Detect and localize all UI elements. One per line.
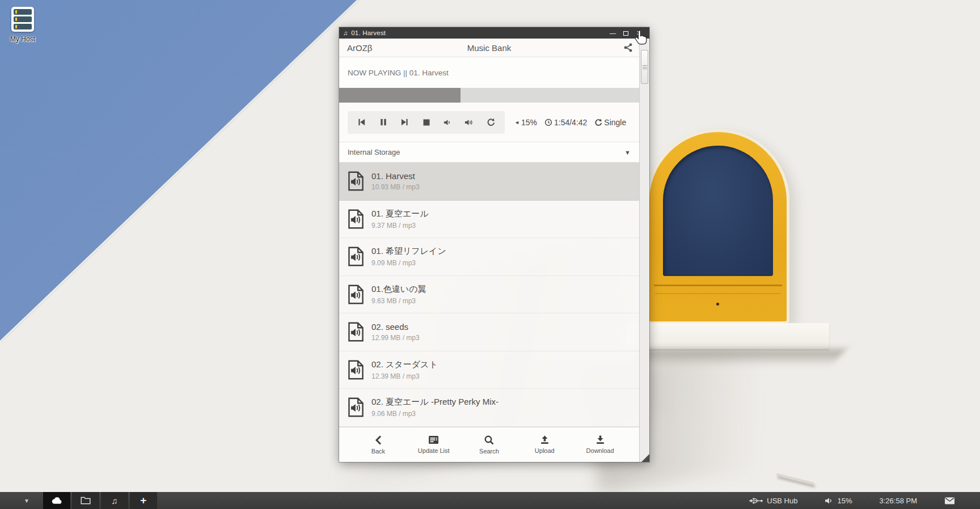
window-scrollbar-thumb[interactable] — [641, 50, 648, 84]
share-icon[interactable] — [624, 43, 632, 54]
progress-fill — [339, 88, 461, 103]
folder-icon — [81, 497, 91, 504]
taskbar-chevron-icon[interactable]: ▼ — [24, 498, 29, 504]
track-title: 02. 夏空エール -Pretty Perky Mix- — [371, 397, 499, 408]
time-elapsed-total: 1:54/4:42 — [554, 118, 587, 127]
speaker-icon — [825, 497, 833, 504]
bottom-toolbar: Back Update List Search Upload Download — [339, 427, 639, 462]
pause-button[interactable] — [376, 115, 391, 130]
list-item[interactable]: 01.色違いの翼 9.63 MB / mp3 — [339, 276, 639, 314]
wall-window-frame-line — [654, 285, 782, 286]
minimize-button[interactable]: — — [606, 27, 619, 39]
wall-window-frame-line — [655, 293, 781, 294]
player-controls: ◄15% 1:54/4:42 Single — [339, 103, 639, 142]
window-title: 01. Harvest — [351, 29, 606, 36]
taskbar-apps: ♫ + — [43, 492, 157, 509]
list-icon — [428, 435, 439, 444]
music-player-window[interactable]: ♫ 01. Harvest — ✕ ArOZβ Music Bank NOW P… — [339, 27, 649, 462]
chevron-down-icon: ▼ — [624, 149, 631, 156]
taskbar-status-area: USB Hub 15% 3:26:58 PM — [721, 497, 980, 505]
storage-dropdown[interactable]: Internal Storage ▼ — [339, 142, 639, 163]
wall-window — [647, 129, 789, 324]
search-icon — [484, 435, 494, 445]
wall-window-sill — [626, 323, 829, 349]
server-icon — [11, 7, 34, 32]
list-item[interactable]: 01. 希望リフレイン 9.09 MB / mp3 — [339, 238, 639, 276]
track-meta: 10.93 MB / mp3 — [371, 183, 420, 191]
volume-down-icon[interactable] — [440, 115, 455, 130]
envelope-icon — [944, 497, 955, 504]
clock[interactable]: 3:26:58 PM — [880, 497, 918, 505]
volume-up-icon[interactable] — [462, 115, 476, 130]
audio-file-icon — [348, 397, 364, 417]
toolbar-label: Upload — [535, 447, 555, 454]
track-title: 02. スターダスト — [371, 359, 438, 370]
chevron-left-icon — [375, 435, 382, 445]
hand-cursor — [634, 29, 648, 47]
play-mode[interactable]: Single — [594, 118, 626, 127]
taskbar-item-files[interactable] — [72, 492, 99, 509]
resize-handle[interactable] — [641, 454, 649, 462]
taskbar: ▼ ♫ + USB Hub 15% 3:26:58 PM — [0, 492, 980, 509]
clock-label: 3:26:58 PM — [880, 497, 918, 505]
list-item[interactable]: 02. seeds 12.99 MB / mp3 — [339, 313, 639, 351]
track-list: 01. Harvest 10.93 MB / mp3 01. 夏空エール 9.3… — [339, 163, 639, 427]
toolbar-label: Back — [371, 448, 385, 455]
track-title: 02. seeds — [371, 322, 420, 332]
usb-hub-indicator[interactable]: USB Hub — [749, 497, 797, 505]
back-button[interactable]: Back — [356, 435, 401, 455]
plus-icon: + — [140, 494, 146, 507]
search-button[interactable]: Search — [466, 435, 512, 455]
track-meta: 9.09 MB / mp3 — [371, 259, 446, 267]
usb-hub-label: USB Hub — [767, 497, 797, 505]
wall-window-glass — [663, 146, 773, 276]
track-meta: 9.06 MB / mp3 — [371, 410, 499, 418]
audio-file-icon — [348, 360, 364, 380]
audio-file-icon — [348, 209, 364, 229]
download-button[interactable]: Download — [577, 435, 623, 454]
list-item[interactable]: 01. 夏空エール 9.37 MB / mp3 — [339, 201, 639, 239]
seek-bar[interactable] — [339, 88, 639, 103]
server-bar — [14, 16, 32, 22]
window-scrollbar-track[interactable] — [639, 39, 649, 462]
maximize-button[interactable] — [619, 27, 632, 39]
maximize-icon — [623, 31, 628, 36]
usb-icon — [749, 497, 763, 504]
next-track-button[interactable] — [398, 115, 412, 130]
upload-icon — [540, 435, 550, 444]
track-title: 01.色違いの翼 — [371, 284, 426, 295]
wall-window-knob — [716, 303, 719, 306]
repeat-mode-icon — [594, 118, 602, 126]
taskbar-item-add[interactable]: + — [130, 492, 157, 509]
now-playing-bar: NOW PLAYING || 01. Harvest — [339, 57, 639, 88]
desktop-icon-label: My Host — [6, 35, 40, 43]
list-item[interactable]: 01. Harvest 10.93 MB / mp3 — [339, 163, 639, 201]
track-meta: 12.39 MB / mp3 — [371, 372, 438, 380]
volume-percent: 15% — [521, 118, 537, 127]
taskbar-item-music[interactable]: ♫ — [101, 492, 128, 509]
track-meta: 9.37 MB / mp3 — [371, 222, 429, 230]
update-list-button[interactable]: Update List — [411, 435, 457, 454]
play-mode-label: Single — [604, 118, 626, 127]
audio-file-icon — [348, 247, 364, 266]
storage-selected: Internal Storage — [348, 148, 400, 156]
repeat-button[interactable] — [483, 115, 498, 130]
messages-indicator[interactable] — [944, 497, 955, 504]
audio-file-icon — [348, 171, 364, 191]
stop-button[interactable] — [419, 115, 434, 130]
toolbar-label: Search — [479, 448, 499, 455]
taskbar-item-cloud[interactable] — [43, 492, 70, 509]
window-titlebar[interactable]: ♫ 01. Harvest — ✕ — [339, 27, 649, 39]
server-bar — [14, 24, 32, 29]
upload-button[interactable]: Upload — [522, 435, 567, 454]
player-status: ◄15% 1:54/4:42 Single — [509, 118, 626, 127]
music-note-icon: ♫ — [343, 29, 348, 36]
list-item[interactable]: 02. 夏空エール -Pretty Perky Mix- 9.06 MB / m… — [339, 389, 639, 427]
volume-indicator[interactable]: 15% — [825, 497, 852, 505]
desktop-icon-my-host[interactable]: My Host — [6, 7, 40, 43]
toolbar-label: Update List — [418, 447, 450, 454]
window-body: ArOZβ Music Bank NOW PLAYING || 01. Harv… — [339, 39, 649, 462]
list-item[interactable]: 02. スターダスト 12.39 MB / mp3 — [339, 351, 639, 389]
previous-track-button[interactable] — [354, 115, 369, 130]
track-meta: 9.63 MB / mp3 — [371, 297, 426, 305]
